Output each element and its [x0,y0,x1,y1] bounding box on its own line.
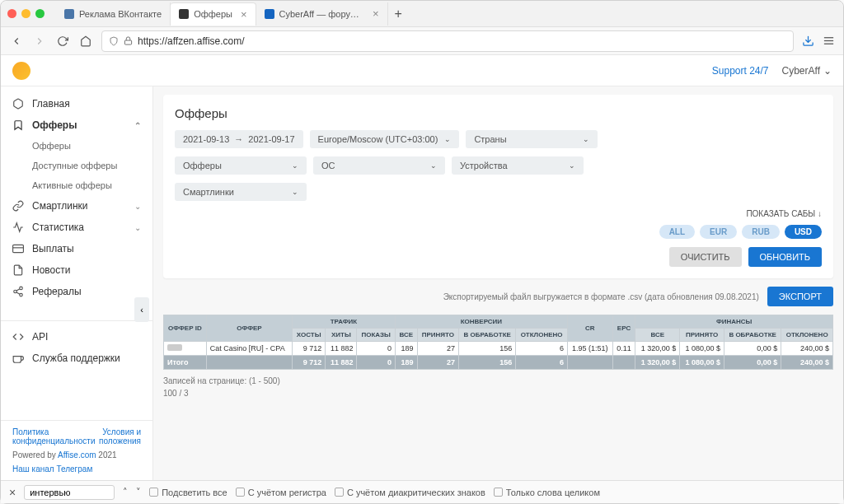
sidebar-label: Служба поддержки [32,352,120,364]
devices-filter[interactable]: Устройства⌄ [452,156,584,175]
tab-vk[interactable]: Реклама ВКонтакте [56,2,171,26]
col-group-traffic: ТРАФИК [293,315,396,329]
chevron-down-icon: ⌄ [134,202,141,211]
tab-label: CyberAff — форум о гемблинг [279,9,364,19]
sidebar-label: Рефералы [32,286,82,297]
case-sensitive-check[interactable]: С учётом регистра [236,488,326,497]
back-button[interactable] [9,34,24,49]
user-menu[interactable]: CyberAff ⌄ [782,65,832,77]
sidebar-sub-offers[interactable]: Офферы [1,136,152,156]
activity-icon [12,222,24,233]
countries-filter[interactable]: Страны⌄ [466,130,598,148]
svg-line-10 [16,292,20,294]
sidebar-item-smartlinks[interactable]: Смартлинки ⌄ [1,195,152,217]
reload-button[interactable] [55,34,70,49]
sidebar-footer: Политика конфиденциальности Условия и по… [1,420,152,480]
cube-icon [12,98,24,110]
tab-offers[interactable]: Офферы × [171,2,256,26]
tab-cyberaff[interactable]: CyberAff — форум о гемблинг × [256,2,388,26]
support-link[interactable]: Support 24/7 [712,65,769,77]
minimize-window[interactable] [21,9,30,18]
chevron-down-icon: ⌄ [430,161,437,170]
sidebar-item-api[interactable]: API [1,326,152,348]
window-controls[interactable] [7,9,45,18]
close-tab-icon[interactable]: × [373,7,379,20]
sidebar-item-home[interactable]: Главная [1,93,152,114]
close-tab-icon[interactable]: × [241,8,247,21]
svg-rect-5 [13,245,24,252]
add-tab-button[interactable]: + [388,7,409,21]
refresh-button[interactable]: ОБНОВИТЬ [748,247,822,267]
chevron-down-icon: ⌄ [292,161,298,170]
url-bar[interactable]: https://affzen.affise.com/ [101,30,794,52]
browser-toolbar: https://affzen.affise.com/ [1,27,843,55]
timezone-filter[interactable]: Europe/Moscow (UTC+03:00)⌄ [310,130,460,148]
sidebar-item-payouts[interactable]: Выплаты [1,238,152,259]
sidebar-label: API [32,331,48,343]
diacritics-check[interactable]: С учётом диакритических знаков [335,488,485,497]
date-range-filter[interactable]: 2021-09-13 → 2021-09-17 [175,130,303,148]
currency-rub[interactable]: RUB [742,225,780,239]
smartlinks-filter[interactable]: Смартлинки⌄ [175,183,307,201]
svg-rect-0 [124,40,131,44]
close-findbar-icon[interactable]: × [9,486,16,499]
download-icon[interactable] [802,35,814,47]
col-offer-id[interactable]: ОФФЕР ID [164,315,207,342]
currency-all[interactable]: ALL [659,225,695,239]
sidebar-item-news[interactable]: Новости [1,259,152,281]
affise-link[interactable]: Affise.com [58,450,96,460]
whole-words-check[interactable]: Только слова целиком [494,488,600,497]
sidebar-label: Статистика [32,222,84,233]
sidebar-item-referrals[interactable]: Рефералы [1,281,152,302]
doc-icon [12,264,24,276]
sidebar-label: Новости [32,264,70,276]
offers-filter[interactable]: Офферы⌄ [175,156,307,175]
currency-usd[interactable]: USD [785,225,822,239]
telegram-link[interactable]: Наш канал Телеграм [12,464,141,474]
sidebar-label: Активные офферы [32,180,112,190]
sidebar-scroll-indicator[interactable]: ‹ [134,297,149,322]
os-filter[interactable]: ОС⌄ [313,156,445,175]
sidebar-sub-active[interactable]: Активные офферы [1,175,152,195]
forward-button[interactable] [32,34,47,49]
find-prev-icon[interactable]: ˄ [123,487,128,497]
close-window[interactable] [7,9,16,18]
page-size[interactable]: 100 [163,389,177,398]
home-button[interactable] [78,34,93,49]
currency-selector: ALL EUR RUB USD [175,225,822,239]
code-icon [12,331,24,343]
terms-link[interactable]: Условия и положения [79,427,141,446]
favicon-cyberaff [265,9,274,19]
chevron-down-icon: ⌄ [134,223,141,232]
find-next-icon[interactable]: ˅ [136,487,141,497]
maximize-window[interactable] [35,9,45,18]
show-subs-toggle[interactable]: ПОКАЗАТЬ САБЫ ↓ [175,209,822,218]
sidebar-label: Выплаты [32,243,74,254]
col-cr[interactable]: CR [567,315,612,342]
table-row[interactable]: Cat Casino [RU] - CPA 9 712 11 882 0 189… [164,342,833,356]
sidebar-label: Офферы [32,141,71,151]
app-logo[interactable] [12,62,30,80]
privacy-link[interactable]: Политика конфиденциальности [12,427,74,446]
favicon-affise [179,9,189,19]
highlight-all-check[interactable]: Подсветить все [149,488,227,497]
sidebar-label: Смартлинки [32,200,88,212]
currency-eur[interactable]: EUR [700,225,737,239]
export-button[interactable]: ЭКСПОРТ [767,287,833,306]
col-epc[interactable]: EPC [612,315,635,342]
page-title: Офферы [175,106,822,120]
sidebar-item-support[interactable]: Служба поддержки [1,348,152,369]
sidebar: Главная Офферы ⌃ Офферы Доступные офферы… [1,86,153,480]
chevron-up-icon: ⌃ [134,121,141,130]
sidebar-item-stats[interactable]: Статистика ⌄ [1,217,152,238]
chevron-down-icon: ⌄ [444,135,451,143]
find-input[interactable] [24,485,115,500]
clear-button[interactable]: ОЧИСТИТЬ [669,247,742,267]
svg-line-11 [16,289,20,291]
col-offer[interactable]: ОФФЕР [206,315,292,342]
sidebar-item-offers[interactable]: Офферы ⌃ [1,114,152,136]
chevron-down-icon: ⌄ [823,65,832,77]
export-bar: Экспортируемый файл выгружается в формат… [163,287,833,306]
menu-icon[interactable] [823,35,835,47]
sidebar-sub-available[interactable]: Доступные офферы [1,156,152,175]
